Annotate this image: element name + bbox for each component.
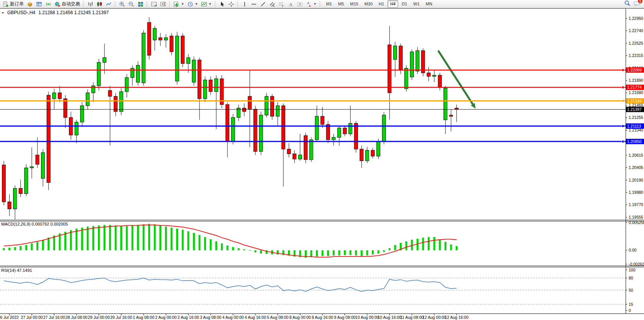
- signals-icon: [45, 1, 51, 7]
- svg-text:15: 15: [629, 302, 633, 307]
- horizontal-line-button[interactable]: [249, 0, 258, 8]
- chat-icon[interactable]: 1: [634, 0, 641, 8]
- svg-text:27 Jul 16:00: 27 Jul 16:00: [43, 315, 65, 320]
- svg-text:0.005258: 0.005258: [629, 220, 644, 225]
- search-icon[interactable]: [624, 0, 631, 8]
- svg-text:27 Jul 00:00: 27 Jul 00:00: [21, 315, 42, 320]
- svg-text:1.21774: 1.21774: [627, 85, 642, 89]
- rsi-panel: [0, 278, 626, 304]
- new-chart-button[interactable]: [25, 0, 34, 8]
- indicators-button[interactable]: ▼: [172, 0, 186, 8]
- chart-shift-button[interactable]: [159, 0, 168, 8]
- svg-text:1.22525: 1.22525: [629, 41, 643, 45]
- arrows-icon: [306, 1, 312, 7]
- text-label-button[interactable]: T: [295, 0, 304, 8]
- chevron-down-icon: ▼: [314, 2, 317, 6]
- svg-text:10 Aug 16:00: 10 Aug 16:00: [378, 315, 401, 320]
- zoom-out-button[interactable]: [127, 0, 136, 8]
- timeframe-W1[interactable]: W1: [410, 0, 422, 8]
- svg-text:4 Aug 16:00: 4 Aug 16:00: [245, 315, 266, 320]
- timeframe-M30[interactable]: M30: [362, 0, 375, 8]
- svg-text:1.19555: 1.19555: [629, 215, 643, 219]
- arrows-button[interactable]: ▼: [304, 0, 318, 8]
- svg-text:1.22069: 1.22069: [627, 68, 642, 72]
- svg-text:1 Aug 08:00: 1 Aug 08:00: [133, 315, 154, 320]
- svg-text:0: 0: [629, 308, 631, 313]
- timeframe-M1[interactable]: M1: [324, 0, 335, 8]
- zoom-out-icon: [128, 1, 134, 7]
- toolbar-grip: [83, 2, 84, 7]
- bar-chart-button[interactable]: [86, 0, 95, 8]
- timeframe-H1[interactable]: H1: [376, 0, 387, 8]
- timeframe-MN[interactable]: MN: [423, 0, 435, 8]
- profiles-icon: [36, 1, 42, 7]
- price-axis[interactable]: 1.229501.227401.225251.223151.221001.218…: [626, 16, 644, 313]
- chart-shift-icon: [160, 1, 166, 7]
- trend-arrow[interactable]: [438, 50, 472, 104]
- trendline-button[interactable]: [258, 0, 268, 8]
- timeframe-group: M1M5M15M30H1H4D1W1MN: [323, 0, 435, 8]
- svg-text:1.22315: 1.22315: [629, 53, 643, 58]
- chart-title: ▼ GBPUSD-,H4 1.21288 1.21456 1.21245 1.2…: [2, 10, 109, 15]
- svg-text:9 Aug 08:00: 9 Aug 08:00: [334, 315, 356, 320]
- signals-button[interactable]: [44, 0, 53, 8]
- indicators-icon: [173, 1, 180, 7]
- new-order-button[interactable]: 新订单: [1, 0, 25, 8]
- equidistant-channel-button[interactable]: E: [268, 0, 277, 8]
- auto-scroll-button[interactable]: [149, 0, 159, 8]
- cursor-button[interactable]: [217, 0, 227, 8]
- timeframe-M15[interactable]: M15: [347, 0, 361, 8]
- toolbar-grip: [169, 2, 170, 7]
- autotrade-icon: [54, 1, 60, 7]
- svg-text:T: T: [299, 2, 301, 6]
- svg-text:1.20190: 1.20190: [629, 178, 643, 182]
- svg-text:80: 80: [629, 276, 633, 280]
- tile-windows-icon: [137, 1, 144, 7]
- timeframe-D1[interactable]: D1: [399, 0, 410, 8]
- macd-panel: [3, 224, 458, 258]
- periods-button[interactable]: ▼: [186, 0, 199, 8]
- svg-text:F: F: [282, 5, 283, 7]
- profiles-button[interactable]: [34, 0, 44, 8]
- time-axis[interactable]: 6 Jul 202227 Jul 00:0027 Jul 16:0028 Jul…: [0, 314, 468, 320]
- toolbar-grip: [320, 2, 321, 7]
- crosshair-icon: [228, 1, 234, 7]
- svg-text:29 Jul 16:00: 29 Jul 16:00: [110, 315, 132, 320]
- chevron-down-icon: ▼: [209, 2, 212, 6]
- autotrade-button[interactable]: 自动交易: [53, 0, 82, 8]
- zoom-in-icon: [119, 1, 125, 7]
- ohlc-values: 1.21288 1.21456 1.21245 1.21397: [38, 10, 109, 15]
- text-label-icon: T: [297, 1, 303, 7]
- fibonacci-button[interactable]: F: [277, 0, 286, 8]
- chart-surface[interactable]: 1.229501.227401.225251.223151.221001.218…: [0, 8, 644, 320]
- zoom-in-button[interactable]: [118, 0, 127, 8]
- svg-text:1.21680: 1.21680: [629, 90, 643, 95]
- svg-text:11 Aug 08:00: 11 Aug 08:00: [400, 315, 423, 320]
- crosshair-button[interactable]: [227, 0, 236, 8]
- timeframe-H4[interactable]: H4: [387, 0, 398, 8]
- timeframe-M5[interactable]: M5: [335, 0, 347, 8]
- line-chart-button[interactable]: [104, 0, 113, 8]
- svg-text:8 Aug 16:00: 8 Aug 16:00: [312, 315, 333, 320]
- svg-text:29 Jul 00:00: 29 Jul 00:00: [88, 315, 110, 320]
- text-icon: A: [288, 1, 294, 7]
- vertical-line-button[interactable]: [240, 0, 249, 8]
- svg-text:12 Aug 16:00: 12 Aug 16:00: [445, 315, 469, 320]
- text-button[interactable]: A: [286, 0, 295, 8]
- candlestick-chart-icon: [96, 1, 103, 7]
- periods-clock-icon: [187, 1, 193, 7]
- svg-text:1.20405: 1.20405: [629, 165, 643, 170]
- templates-button[interactable]: ▼: [199, 0, 213, 8]
- rsi-line: [4, 278, 457, 291]
- chat-badge: 1: [637, 0, 643, 4]
- svg-text:12 Aug 00:00: 12 Aug 00:00: [422, 315, 446, 320]
- svg-text:1.21543: 1.21543: [627, 99, 642, 103]
- auto-scroll-icon: [151, 1, 157, 7]
- tile-windows-button[interactable]: [136, 0, 145, 8]
- toolbar-grip: [115, 2, 116, 7]
- svg-text:1.19770: 1.19770: [629, 202, 643, 207]
- candlestick-chart-button[interactable]: [95, 0, 104, 8]
- horizontal-lines[interactable]: 1.220691.217741.215431.211131.208501.213…: [0, 67, 644, 144]
- window-menu-icon[interactable]: ▼: [2, 11, 4, 14]
- svg-text:-0.002636: -0.002636: [629, 262, 644, 266]
